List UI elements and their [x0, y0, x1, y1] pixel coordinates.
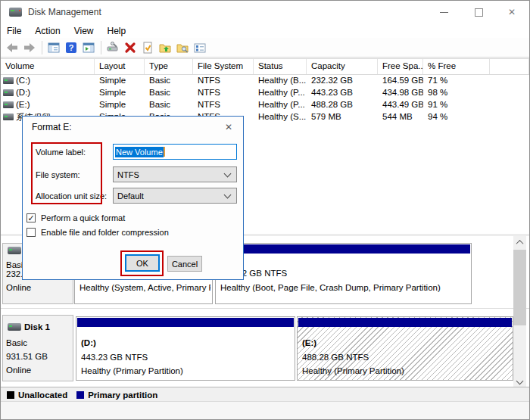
column-header-free-space[interactable]: Free Spa...: [378, 59, 423, 74]
disk1-panel[interactable]: Disk 1 Basic 931.51 GB Online: [2, 315, 73, 381]
cell-capacity: 443.23 GB: [307, 87, 378, 99]
cell-status: Healthy (B...: [254, 75, 307, 87]
chevron-down-icon: [224, 191, 232, 198]
delete-icon[interactable]: [122, 40, 139, 55]
compression-row: Enable file and folder compression: [26, 228, 169, 237]
show-action-pane-icon[interactable]: [80, 40, 97, 55]
quick-format-row: ✓ Perform a quick format: [26, 213, 125, 222]
column-header-layout[interactable]: Layout: [95, 59, 145, 74]
folder-up-icon[interactable]: [157, 40, 173, 55]
column-header-capacity[interactable]: Capacity: [307, 59, 378, 74]
column-header-file-system[interactable]: File System: [193, 59, 254, 74]
task-check-icon[interactable]: [139, 40, 156, 55]
volume-icon: [3, 114, 14, 120]
partition-status: Healthy (System, Active, Primary Partiti…: [80, 283, 210, 292]
volume-list-header: Volume Layout Type File System Status Ca…: [1, 58, 529, 75]
partition-size: 443.23 GB NTFS: [81, 353, 148, 362]
file-system-label: File system:: [36, 170, 80, 179]
disk1-type: Basic: [6, 338, 27, 347]
folder-explore-icon[interactable]: [174, 40, 191, 55]
chevron-down-icon: [516, 377, 524, 384]
compression-label: Enable file and folder compression: [41, 228, 169, 237]
file-system-value: NTFS: [117, 170, 225, 179]
column-header-pct-free[interactable]: % Free: [423, 59, 490, 74]
quick-format-label: Perform a quick format: [41, 213, 125, 222]
cancel-button[interactable]: Cancel: [167, 256, 202, 272]
legend-label: Primary partition: [88, 390, 157, 400]
quick-format-checkbox[interactable]: ✓: [26, 213, 36, 222]
minimize-icon: [440, 12, 448, 13]
close-icon: ✕: [225, 122, 232, 132]
legend-label: Unallocated: [18, 390, 67, 400]
legend-bar: Unallocated Primary partition: [1, 387, 529, 402]
menu-help[interactable]: Help: [108, 26, 133, 36]
back-icon[interactable]: [4, 40, 20, 55]
text-caret: [164, 147, 165, 157]
column-header-type[interactable]: Type: [145, 59, 193, 74]
compression-checkbox[interactable]: [26, 228, 36, 237]
cell-free: 164.59 GB: [378, 75, 423, 87]
volume-icon: [3, 77, 14, 84]
allocation-unit-select[interactable]: Default: [113, 188, 237, 204]
menu-action[interactable]: Action: [35, 26, 67, 36]
primary-partition-bar: [298, 318, 512, 327]
close-icon: ✕: [508, 8, 516, 17]
partition-status: Healthy (Primary Partition): [302, 366, 404, 375]
legend-unallocated: Unallocated: [7, 390, 67, 400]
scroll-up-button[interactable]: [513, 236, 526, 248]
disk1-status: Online: [6, 366, 31, 375]
cell-pct-free: 91 %: [423, 99, 490, 111]
volume-row-d[interactable]: (D:) Simple Basic NTFS Healthy (P... 443…: [1, 87, 529, 99]
disk1-partition-e-selected[interactable]: (E:) 488.28 GB NTFS Healthy (Primary Par…: [297, 316, 513, 381]
status-strip: [1, 401, 529, 419]
partition-name: (D:): [81, 338, 96, 347]
attributes-icon[interactable]: [192, 40, 208, 55]
volume-row-e[interactable]: (E:) Simple Basic NTFS Healthy (P... 488…: [1, 99, 529, 111]
cell-type: Basic: [145, 87, 193, 99]
dialog-title: Format E:: [32, 122, 72, 132]
maximize-button[interactable]: [466, 1, 491, 23]
cell-type: Basic: [145, 75, 193, 87]
column-header-volume[interactable]: Volume: [1, 59, 95, 74]
column-header-status[interactable]: Status: [254, 59, 307, 74]
close-button[interactable]: ✕: [499, 1, 525, 23]
toolbar: ?: [1, 38, 529, 58]
disk-icon: [8, 247, 21, 254]
primary-partition-swatch: [76, 391, 84, 399]
dialog-close-button[interactable]: ✕: [222, 120, 235, 134]
menu-view[interactable]: View: [74, 26, 101, 36]
disk0-partition-c[interactable]: (C:) 232.32 GB NTFS Healthy (Boot, Page …: [215, 243, 472, 304]
volume-name: (E:): [16, 100, 30, 109]
volume-row-c[interactable]: (C:) Simple Basic NTFS Healthy (B... 232…: [1, 75, 529, 87]
maximize-icon: [475, 8, 483, 17]
rescan-disks-icon[interactable]: [104, 40, 121, 55]
scrollbar-thumb[interactable]: [513, 250, 526, 325]
show-console-tree-icon[interactable]: [45, 40, 62, 55]
toolbar-separator: [42, 41, 42, 54]
scroll-down-button[interactable]: [513, 375, 526, 387]
minimize-button[interactable]: [431, 1, 457, 23]
partition-size: 488.28 GB NTFS: [302, 353, 369, 362]
file-system-select[interactable]: NTFS: [113, 166, 237, 182]
cell-capacity: 579 MB: [307, 111, 378, 123]
cell-fs: NTFS: [193, 75, 254, 87]
partition-status: Healthy (Primary Partition): [81, 366, 183, 375]
allocation-unit-label: Allocation unit size:: [36, 191, 107, 201]
cell-type: Basic: [145, 99, 193, 111]
volume-name: (D:): [16, 88, 30, 97]
cell-pct-free: 98 %: [423, 87, 490, 99]
allocation-unit-value: Default: [117, 191, 225, 201]
primary-partition-bar: [217, 244, 470, 254]
vertical-scrollbar[interactable]: [513, 236, 526, 387]
volume-label-input[interactable]: New Volume: [113, 144, 237, 160]
disk1-size: 931.51 GB: [6, 352, 48, 361]
svg-text:?: ?: [69, 43, 74, 52]
forward-icon[interactable]: [21, 40, 38, 55]
cell-free: 544 MB: [378, 111, 423, 123]
cell-status: Healthy (S...: [254, 111, 307, 123]
help-icon[interactable]: ?: [63, 40, 80, 55]
disk1-partition-d[interactable]: (D:) 443.23 GB NTFS Healthy (Primary Par…: [76, 316, 295, 381]
disk-row-separator: [1, 308, 529, 309]
ok-button[interactable]: OK: [125, 254, 160, 272]
menu-file[interactable]: File: [7, 26, 28, 36]
